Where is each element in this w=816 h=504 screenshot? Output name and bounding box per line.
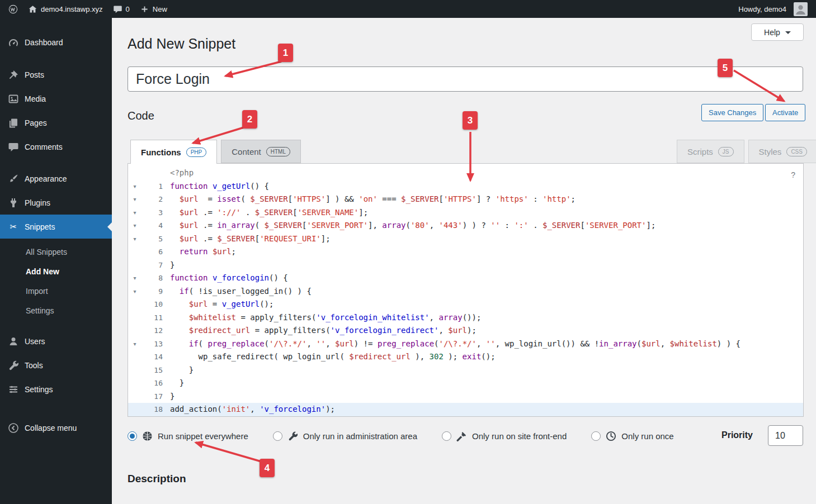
tab-functions[interactable]: FunctionsPHP [130, 140, 217, 164]
code-line: ▾5 $url .= $_SERVER['REQUEST_URI']; [128, 232, 803, 246]
scissors-icon: ✂ [8, 221, 19, 232]
radio-unselected[interactable] [442, 431, 451, 441]
fold-toggle-icon[interactable]: ▾ [128, 180, 141, 193]
code-editor[interactable]: <?php▾1function v_getUrl() {▾2 $url = is… [128, 163, 804, 417]
code-token [170, 313, 189, 322]
line-number: 10 [141, 298, 163, 311]
new-content-link[interactable]: New [135, 0, 172, 18]
sidebar-item-users[interactable]: Users [0, 329, 112, 353]
code-line: 15 } [128, 364, 803, 377]
code-token [170, 339, 189, 348]
code-token: isset [217, 194, 240, 203]
sidebar-item-tools[interactable]: Tools [0, 353, 112, 377]
sidebar-item-label: Dashboard [25, 38, 63, 47]
scope-option-once[interactable]: Only run once [591, 431, 673, 441]
comments-link[interactable]: 0 [108, 0, 135, 18]
admin-bar-right: Howdy, demo4 [733, 0, 813, 18]
code-lines: <?php▾1function v_getUrl() {▾2 $url = is… [128, 164, 803, 416]
fold-toggle-icon [128, 259, 141, 272]
sidebar-item-pages[interactable]: Pages [0, 111, 112, 135]
code-token: [ [255, 234, 260, 243]
code-section-title: Code [128, 110, 154, 122]
tab-content[interactable]: ContentHTML [221, 140, 301, 163]
fold-toggle-icon [128, 167, 141, 180]
code-token: } [170, 378, 184, 387]
code-token: $url [213, 247, 232, 256]
account-menu[interactable]: Howdy, demo4 [733, 0, 813, 18]
scope-option-everywhere[interactable]: Run snippet everywhere [128, 431, 248, 441]
code-token: ) ) { [717, 339, 740, 348]
site-name-link[interactable]: demo4.instawp.xyz [23, 0, 108, 18]
tab-scripts[interactable]: ScriptsJS [677, 140, 744, 163]
code-token: $url [189, 299, 208, 308]
annotation-badge: 4 [260, 459, 275, 477]
radio-unselected[interactable] [591, 431, 601, 441]
code-token: $url [335, 339, 354, 348]
submenu-item-all-snippets[interactable]: All Snippets [0, 242, 112, 261]
fold-toggle-icon[interactable]: ▾ [128, 219, 141, 232]
line-number: 2 [141, 193, 163, 206]
radio-unselected[interactable] [273, 431, 282, 441]
priority-input[interactable] [768, 425, 803, 446]
code-token [207, 247, 212, 256]
activate-button[interactable]: Activate [765, 104, 805, 121]
editor-help-icon[interactable]: ? [791, 170, 795, 179]
code-line: 18add_action('init', 'v_forcelogin'); [128, 403, 803, 416]
code-token: $url [642, 339, 661, 348]
code-token: ] ? [477, 194, 496, 203]
wordpress-menu[interactable] [3, 0, 23, 18]
submenu-item-add-new[interactable]: Add New [0, 261, 112, 281]
code-token: if [180, 287, 189, 296]
code-text: } [170, 377, 184, 390]
tab-language-badge: CSS [786, 147, 807, 156]
scope-option-label: Run snippet everywhere [158, 431, 248, 441]
fold-toggle-icon[interactable]: ▾ [128, 206, 141, 220]
code-token: add_action( [170, 405, 222, 413]
sidebar-item-label: Media [25, 94, 46, 103]
submenu-item-import[interactable]: Import [0, 281, 112, 301]
collapse-menu-button[interactable]: Collapse menu [0, 416, 112, 440]
snippet-title-input[interactable] [128, 66, 803, 92]
code-token: ( [637, 339, 642, 348]
code-token: 'http' [543, 194, 571, 203]
code-text: if( !is_user_logged_in() ) { [170, 285, 312, 298]
code-token: $url [180, 208, 199, 217]
fold-toggle-icon[interactable]: ▾ [128, 337, 141, 351]
help-button[interactable]: Help [751, 23, 804, 41]
sidebar-item-posts[interactable]: Posts [0, 63, 112, 87]
sidebar-item-dashboard[interactable]: Dashboard [0, 30, 112, 54]
code-text: function v_forcelogin() { [170, 272, 288, 285]
code-token: ( [434, 339, 438, 348]
tab-styles[interactable]: StylesCSS [748, 140, 816, 163]
code-text: } [170, 259, 174, 272]
fold-toggle-icon[interactable]: ▾ [128, 193, 141, 206]
code-text: add_action('init', 'v_forcelogin'); [170, 403, 335, 416]
fold-toggle-icon[interactable]: ▾ [128, 285, 141, 298]
code-line: ▾3 $url .= '://' . $_SERVER['SERVER_NAME… [128, 206, 803, 220]
sidebar-item-media[interactable]: Media [0, 87, 112, 111]
help-label: Help [764, 28, 780, 37]
scope-option-admin[interactable]: Only run in administration area [273, 431, 417, 441]
scope-option-frontend[interactable]: Only run on site front-end [442, 431, 567, 441]
sidebar-item-plugins[interactable]: Plugins [0, 191, 112, 215]
code-token: ()); [463, 313, 482, 322]
code-text: } [170, 390, 174, 403]
radio-selected[interactable] [128, 431, 137, 441]
save-changes-button[interactable]: Save Changes [701, 104, 763, 121]
code-text: if( preg_replace('/\?.*/', '', $url) != … [170, 337, 740, 351]
code-line: ▾9 if( !is_user_logged_in() ) { [128, 285, 803, 298]
sidebar-item-appearance[interactable]: Appearance [0, 167, 112, 191]
line-number [141, 167, 163, 180]
site-name: demo4.instawp.xyz [41, 5, 103, 13]
code-token: ]; [646, 221, 655, 230]
sidebar-item-settings[interactable]: Settings [0, 377, 112, 401]
sidebar-item-snippets[interactable]: ✂Snippets [0, 215, 112, 239]
line-number: 6 [141, 245, 163, 259]
fold-toggle-icon[interactable]: ▾ [128, 272, 141, 285]
fold-toggle-icon [128, 390, 141, 403]
sidebar-item-label: Appearance [25, 174, 67, 183]
code-line: ▾4 $url .= in_array( $_SERVER['SERVER_PO… [128, 219, 803, 232]
fold-toggle-icon[interactable]: ▾ [128, 232, 141, 246]
sidebar-item-comments[interactable]: Comments [0, 135, 112, 159]
submenu-item-settings[interactable]: Settings [0, 301, 112, 320]
